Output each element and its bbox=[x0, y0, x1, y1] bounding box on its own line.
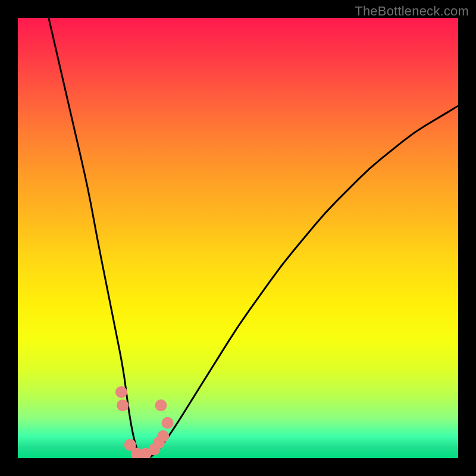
plot-area bbox=[18, 18, 458, 458]
watermark-text: TheBottleneck.com bbox=[355, 4, 469, 19]
marker-dot bbox=[157, 430, 169, 442]
marker-dot bbox=[115, 386, 127, 398]
marker-dot bbox=[155, 399, 167, 411]
curve-markers bbox=[115, 386, 174, 458]
curve-svg bbox=[18, 18, 458, 458]
bottleneck-curve bbox=[49, 18, 458, 458]
marker-dot bbox=[162, 417, 174, 429]
chart-frame: TheBottleneck.com bbox=[0, 0, 476, 476]
marker-dot bbox=[117, 399, 129, 411]
